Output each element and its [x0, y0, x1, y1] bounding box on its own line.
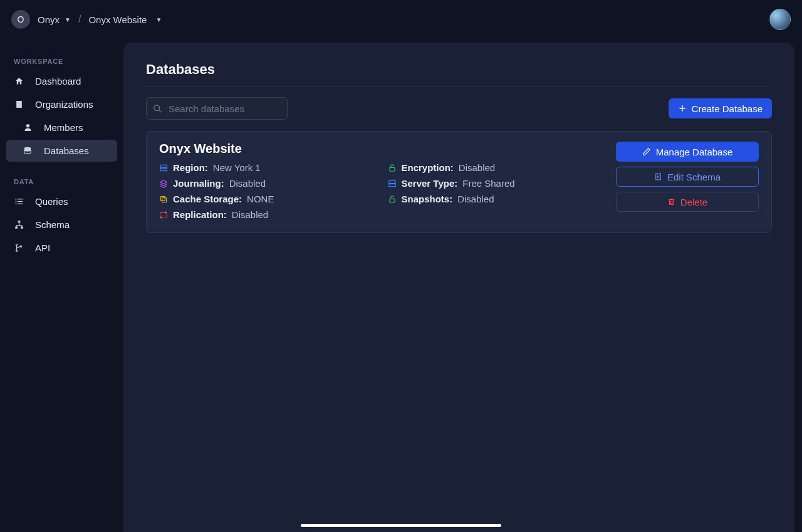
svg-rect-22 — [656, 174, 661, 180]
svg-rect-4 — [18, 201, 23, 202]
breadcrumb-org[interactable]: Onyx ▼ — [38, 14, 71, 25]
svg-rect-6 — [18, 204, 23, 204]
copy-icon — [159, 195, 168, 204]
create-database-label: Create Database — [692, 103, 763, 114]
chevron-down-icon: ▼ — [155, 16, 162, 23]
org-initial: O — [18, 14, 24, 24]
svg-rect-8 — [15, 227, 18, 229]
sidebar-item-label: Schema — [35, 219, 70, 230]
sidebar-item-queries[interactable]: Queries — [6, 190, 117, 212]
svg-point-10 — [16, 244, 17, 246]
database-actions: Manage Database Edit Schema Delete — [616, 142, 759, 220]
create-database-button[interactable]: Create Database — [669, 98, 772, 118]
manage-database-button[interactable]: Manage Database — [616, 142, 759, 162]
sidebar-item-label: Queries — [35, 196, 68, 207]
sidebar-item-label: Organizations — [35, 99, 93, 110]
sidebar-item-organizations[interactable]: Organizations — [6, 93, 117, 115]
row-region: Region:New York 1 — [159, 162, 375, 173]
sidebar-item-api[interactable]: API — [6, 237, 117, 259]
row-cache-storage: Cache Storage: NONE — [159, 194, 375, 204]
breadcrumb-sep: / — [78, 14, 81, 25]
svg-rect-19 — [162, 197, 167, 202]
sidebar-item-label: Dashboard — [35, 76, 81, 86]
sidebar-section-workspace: WORKSPACE — [6, 54, 117, 70]
row-journaling: Journaling: Disabled — [159, 178, 375, 189]
org-avatar: O — [11, 10, 30, 29]
breadcrumb: O Onyx ▼ / Onyx Website ▼ — [11, 10, 162, 29]
home-indicator — [301, 524, 501, 527]
svg-rect-2 — [18, 199, 23, 199]
top-bar: O Onyx ▼ / Onyx Website ▼ — [0, 0, 802, 39]
sidebar: WORKSPACE Dashboard Organizations Member… — [0, 39, 123, 532]
search-box[interactable] — [146, 97, 288, 120]
sidebar-item-dashboard[interactable]: Dashboard — [6, 70, 117, 92]
sidebar-item-label: Databases — [44, 145, 89, 156]
list-icon — [14, 197, 24, 206]
building-icon — [654, 172, 662, 181]
chevron-down-icon: ▼ — [65, 16, 71, 23]
svg-rect-17 — [388, 180, 395, 183]
svg-point-1 — [15, 199, 16, 200]
breadcrumb-org-label: Onyx — [38, 14, 60, 25]
database-name: Onyx Website — [159, 142, 603, 156]
svg-rect-18 — [388, 184, 395, 186]
breadcrumb-project-label: Onyx Website — [88, 14, 147, 25]
sidebar-section-data: DATA — [6, 174, 117, 190]
sitemap-icon — [14, 220, 24, 229]
user-avatar[interactable] — [769, 9, 791, 30]
svg-point-13 — [154, 105, 160, 110]
sidebar-item-schema[interactable]: Schema — [6, 214, 117, 236]
sidebar-item-databases[interactable]: Databases — [6, 140, 117, 162]
svg-point-3 — [15, 201, 16, 202]
building-icon — [14, 100, 24, 109]
main-panel: Databases Create Database Onyx Website — [123, 43, 794, 532]
plus-icon — [678, 104, 687, 113]
branch-icon — [14, 243, 24, 253]
edit-schema-button[interactable]: Edit Schema — [616, 167, 759, 187]
svg-rect-21 — [389, 199, 394, 202]
svg-rect-15 — [160, 168, 167, 170]
delete-button[interactable]: Delete — [616, 192, 759, 212]
row-server-type: Server Type: Free Shared — [388, 178, 604, 189]
trash-icon — [667, 197, 675, 206]
sidebar-item-label: API — [35, 243, 50, 253]
sidebar-item-label: Members — [44, 122, 83, 133]
lock-open-icon — [388, 164, 397, 172]
user-icon — [23, 123, 33, 132]
server-icon — [159, 164, 168, 172]
search-icon — [153, 104, 162, 113]
pencil-icon — [642, 147, 651, 156]
layers-icon — [159, 179, 168, 188]
svg-rect-7 — [18, 221, 20, 222]
row-encryption: Encryption: Disabled — [388, 162, 604, 173]
svg-rect-16 — [389, 167, 394, 171]
database-icon — [23, 146, 33, 155]
delete-label: Delete — [680, 197, 707, 207]
toolbar: Create Database — [146, 97, 772, 120]
sidebar-item-members[interactable]: Members — [6, 117, 117, 138]
repeat-icon — [159, 211, 168, 219]
home-icon — [14, 76, 24, 86]
svg-rect-14 — [160, 165, 167, 167]
lock-open-icon — [388, 195, 397, 204]
breadcrumb-project[interactable]: Onyx Website ▼ — [88, 14, 162, 25]
search-input[interactable] — [169, 103, 281, 114]
svg-point-11 — [16, 250, 17, 251]
svg-point-5 — [15, 203, 16, 204]
server-icon — [388, 179, 397, 188]
edit-schema-label: Edit Schema — [667, 172, 721, 182]
svg-rect-20 — [160, 196, 165, 201]
manage-database-label: Manage Database — [656, 147, 733, 157]
database-card: Onyx Website Region:New York 1 Encryptio… — [146, 131, 772, 233]
row-replication: Replication: Disabled — [159, 209, 375, 220]
page-title: Databases — [146, 61, 772, 87]
row-snapshots: Snapshots: Disabled — [388, 194, 604, 204]
svg-rect-9 — [21, 227, 23, 229]
